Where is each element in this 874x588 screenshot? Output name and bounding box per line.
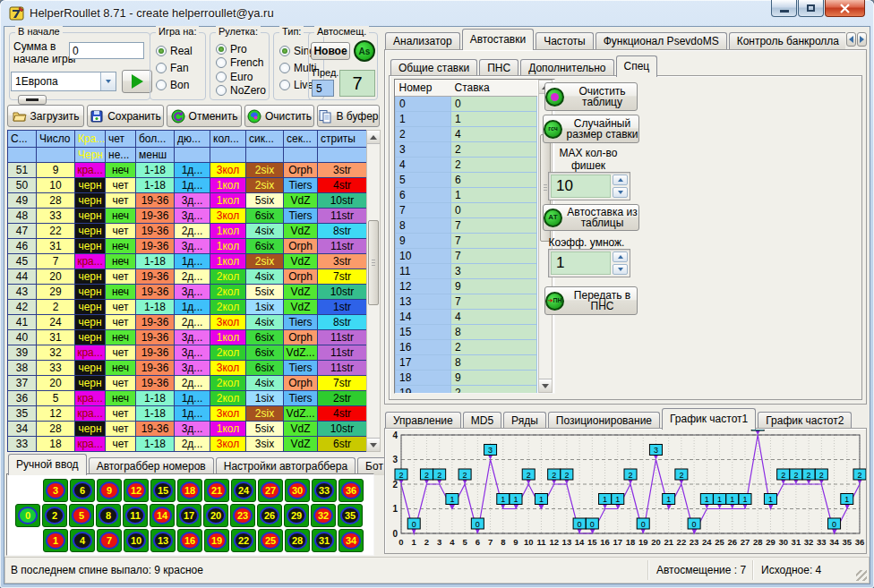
spins-cell[interactable]: 3кол — [210, 406, 246, 422]
spins-cell[interactable]: 6six — [246, 361, 284, 376]
spins-cell[interactable]: 1six — [246, 300, 284, 315]
bet-stake-cell[interactable]: 7 — [451, 248, 537, 263]
bet-tab-2[interactable]: Дополнительно — [520, 59, 613, 77]
spins-cell[interactable]: неч — [106, 254, 136, 269]
spins-cell[interactable]: VdZ — [284, 254, 318, 269]
radio-option-Fan[interactable]: Fan — [156, 62, 203, 74]
bet-stake-cell[interactable]: 1 — [451, 111, 537, 126]
bet-stake-cell[interactable]: 4 — [451, 309, 537, 324]
spins-cell[interactable]: 19-36 — [136, 330, 175, 345]
pad-number-7[interactable]: 7 — [97, 529, 122, 552]
spins-cell[interactable]: кра... — [75, 406, 106, 422]
scroll-thumb[interactable] — [368, 220, 379, 305]
spins-cell[interactable]: чет — [106, 437, 136, 452]
spins-cell[interactable]: 49 — [8, 193, 37, 209]
spins-cell[interactable]: 3кол — [210, 361, 246, 376]
spins-cell[interactable]: 4six — [246, 224, 284, 239]
spins-cell[interactable]: чет — [106, 300, 136, 315]
radio-option-French[interactable]: French — [216, 56, 267, 69]
spins-cell[interactable]: черн — [75, 193, 106, 209]
radio-option-Euro[interactable]: Euro — [216, 71, 267, 83]
scroll-down-icon[interactable] — [367, 438, 380, 451]
spins-cell[interactable]: 48 — [8, 209, 37, 224]
spins-cell[interactable]: 37 — [8, 376, 37, 391]
bet-number-cell[interactable]: 19 — [396, 385, 451, 394]
spins-cell[interactable]: 2д... — [175, 437, 210, 452]
spins-cell[interactable]: 3д... — [175, 361, 210, 376]
spins-cell[interactable]: VdZ... — [284, 345, 318, 361]
coef-stepper[interactable]: 1 — [548, 249, 630, 277]
bet-stake-cell[interactable]: 7 — [451, 233, 537, 248]
spins-header[interactable]: Число — [37, 131, 75, 148]
spins-cell[interactable]: 3д... — [175, 422, 210, 437]
pad-number-30[interactable]: 30 — [285, 479, 310, 502]
scroll-down-icon[interactable] — [539, 379, 552, 392]
spins-cell[interactable]: 7str — [318, 269, 367, 285]
tabs-scroll-left-button[interactable] — [846, 32, 856, 47]
clear-bet-table-button[interactable]: Очистить таблицу — [544, 82, 638, 111]
tabs-scroll-right-button[interactable] — [857, 32, 867, 47]
spins-cell[interactable]: 31 — [37, 239, 75, 254]
bet-number-cell[interactable]: 2 — [396, 126, 451, 141]
bet-number-cell[interactable]: 15 — [396, 324, 451, 339]
transfer-to-pns-button[interactable]: ➔ПН Передать в ПНС — [544, 286, 638, 315]
spins-cell[interactable]: 3д... — [175, 345, 210, 361]
spins-cell[interactable]: 40 — [8, 330, 37, 345]
pad-number-15[interactable]: 15 — [150, 479, 176, 502]
spins-cell[interactable]: кра... — [75, 163, 106, 178]
spins-cell[interactable]: 7str — [318, 376, 367, 391]
minimize-button[interactable] — [771, 0, 797, 17]
spins-cell[interactable]: 2д... — [175, 224, 210, 239]
bet-number-cell[interactable]: 0 — [396, 96, 451, 111]
input-tab-2[interactable]: Настройки автограббера — [216, 457, 356, 475]
step-up-icon[interactable] — [613, 251, 628, 262]
spins-cell[interactable]: 10str — [318, 285, 367, 300]
graph-tab-5[interactable]: График частот2 — [758, 412, 852, 430]
input-tab-0[interactable]: Ручной ввод — [8, 454, 87, 475]
spins-cell[interactable]: 50 — [8, 178, 37, 193]
spins-cell[interactable]: кра... — [75, 345, 106, 361]
bet-tab-1[interactable]: ПНС — [479, 59, 518, 77]
spins-cell[interactable]: 19-36 — [136, 376, 175, 391]
spins-cell[interactable]: 10str — [318, 193, 367, 209]
spins-cell[interactable]: 11str — [318, 209, 367, 224]
spins-header[interactable]: кол... — [210, 131, 246, 148]
spins-cell[interactable]: черн — [75, 178, 106, 193]
spins-cell[interactable]: чет — [106, 269, 136, 285]
spins-cell[interactable]: 10 — [37, 178, 75, 193]
spins-cell[interactable]: 24 — [37, 315, 75, 330]
spins-cell[interactable]: чет — [106, 178, 136, 193]
bet-stake-cell[interactable]: 4 — [451, 126, 537, 141]
spins-cell[interactable]: 3д... — [175, 209, 210, 224]
game-select[interactable]: 1Европа — [11, 72, 116, 91]
spins-header[interactable]: менш — [136, 148, 175, 163]
spins-cell[interactable]: неч — [106, 163, 136, 178]
spins-cell[interactable]: 2six — [246, 254, 284, 269]
pad-number-1[interactable]: 1 — [43, 529, 68, 552]
spins-header[interactable] — [284, 148, 318, 163]
spins-cell[interactable]: 1д... — [175, 300, 210, 315]
spins-table-scrollbar[interactable] — [366, 130, 381, 452]
pad-number-28[interactable]: 28 — [285, 529, 310, 552]
spins-cell[interactable]: 43 — [8, 285, 37, 300]
spins-cell[interactable]: 19-36 — [136, 239, 175, 254]
spins-cell[interactable]: 3str — [318, 254, 367, 269]
pad-number-4[interactable]: 4 — [70, 529, 95, 552]
spins-cell[interactable]: 10str — [318, 422, 367, 437]
spins-cell[interactable]: 38 — [8, 361, 37, 376]
spins-cell[interactable]: 34 — [8, 422, 37, 437]
spins-cell[interactable]: 7 — [37, 254, 75, 269]
pad-number-27[interactable]: 27 — [258, 479, 283, 502]
radio-option-NoZero[interactable]: NoZero — [216, 84, 267, 97]
spins-cell[interactable]: черн — [75, 285, 106, 300]
pad-number-20[interactable]: 20 — [203, 504, 228, 527]
spins-cell[interactable]: Orph — [284, 163, 318, 178]
pad-number-9[interactable]: 9 — [97, 479, 122, 502]
spins-cell[interactable]: чет — [106, 422, 136, 437]
spins-cell[interactable]: 11str — [318, 361, 367, 376]
pad-number-0[interactable]: 0 — [15, 504, 40, 527]
resize-grip[interactable] — [856, 570, 867, 581]
spins-cell[interactable]: 19-36 — [136, 315, 175, 330]
bet-stake-cell[interactable]: 2 — [451, 157, 537, 172]
spins-cell[interactable]: VdZ — [284, 422, 318, 437]
